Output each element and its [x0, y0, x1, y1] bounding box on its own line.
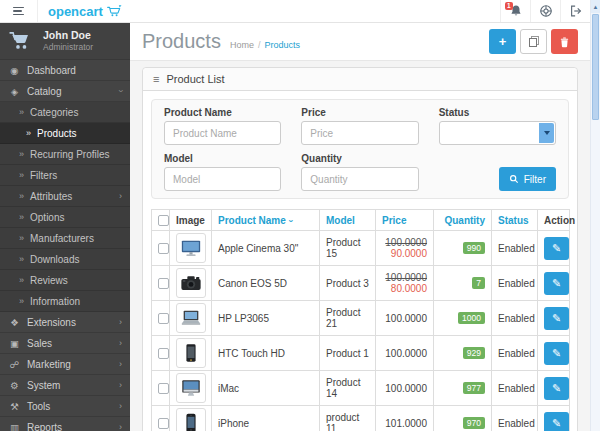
row-checkbox[interactable] [158, 418, 169, 429]
scrollbar-up-arrow-icon[interactable]: ▲ [591, 0, 600, 13]
sidebar-item-information[interactable]: »Information [0, 291, 130, 312]
edit-button[interactable]: ✎ [544, 342, 569, 365]
row-checkbox[interactable] [158, 383, 169, 394]
chevron-right-icon: › [119, 359, 122, 369]
filter-button[interactable]: Filter [499, 167, 556, 191]
caret-down-icon: › [285, 219, 295, 222]
row-checkbox[interactable] [158, 278, 169, 289]
sort-status-link[interactable]: Status [498, 215, 529, 226]
pencil-icon: ✎ [552, 242, 561, 255]
wrench-icon: ⚒ [8, 401, 21, 412]
status-label: Status [439, 107, 556, 118]
quantity-input[interactable] [301, 167, 418, 191]
submenu-arrow-icon: » [19, 296, 24, 306]
sidebar-item-options[interactable]: »Options [0, 207, 130, 228]
sidebar-item-reports[interactable]: ▥Reports› [0, 417, 130, 431]
product-list-panel: ≡ Product List Product Name [142, 67, 578, 431]
breadcrumb-home-link[interactable]: Home [230, 40, 254, 50]
chevron-right-icon: › [119, 401, 122, 411]
view-store-button[interactable] [530, 0, 560, 22]
product-name-label: Product Name [164, 107, 281, 118]
notifications-button[interactable]: 1 [500, 0, 530, 22]
sidebar-item-system[interactable]: ⚙System› [0, 375, 130, 396]
panel-heading: ≡ Product List [143, 68, 577, 91]
submenu-arrow-icon: » [19, 170, 24, 180]
model-cell: product 11 [320, 406, 376, 431]
table-row-apple-cinema-30: Apple Cinema 30"Product 15100.000090.000… [152, 231, 570, 266]
pencil-icon: ✎ [552, 277, 561, 290]
sort-model-link[interactable]: Model [326, 215, 355, 226]
sidebar-item-filters[interactable]: »Filters [0, 165, 130, 186]
page-scrollbar[interactable]: ▲ [590, 0, 600, 431]
copy-button[interactable] [520, 29, 547, 54]
menu-toggle-button[interactable] [0, 0, 38, 22]
sidebar-item-sales[interactable]: ▣Sales› [0, 333, 130, 354]
special-price: 80.0000 [382, 283, 427, 294]
row-checkbox[interactable] [158, 348, 169, 359]
sidebar-item-reviews[interactable]: »Reviews [0, 270, 130, 291]
share-icon: ☍ [8, 359, 21, 370]
table-row-iphone: iPhoneproduct 11101.0000970Enabled✎ [152, 406, 570, 431]
sort-product-name-link[interactable]: Product Name› [218, 215, 292, 226]
page-title: Products [142, 30, 221, 53]
edit-button[interactable]: ✎ [544, 412, 569, 431]
brand-text: opencart [48, 4, 103, 19]
price-input[interactable] [301, 121, 418, 145]
table-header-row: Image Product Name› Model Price Quantity… [152, 210, 570, 231]
logout-button[interactable] [560, 0, 590, 22]
sort-price-link[interactable]: Price [382, 215, 406, 226]
submenu-arrow-icon: » [19, 191, 24, 201]
row-checkbox[interactable] [158, 243, 169, 254]
product-thumbnail-iphone [176, 408, 206, 431]
delete-button[interactable] [551, 29, 578, 54]
table-row-htc-touch-hd: HTC Touch HDProduct 1100.0000929Enabled✎ [152, 336, 570, 371]
add-new-button[interactable]: + [489, 29, 516, 54]
sidebar-item-downloads[interactable]: »Downloads [0, 249, 130, 270]
select-dropdown-arrow-icon[interactable] [539, 123, 554, 143]
list-icon: ≡ [153, 73, 159, 85]
edit-button[interactable]: ✎ [544, 307, 569, 330]
app-chrome: opencart 1 [0, 0, 590, 431]
breadcrumb-current-link[interactable]: Products [264, 40, 300, 50]
sidebar-item-dashboard[interactable]: ◉Dashboard [0, 60, 130, 81]
sidebar-item-tools[interactable]: ⚒Tools› [0, 396, 130, 417]
edit-button[interactable]: ✎ [544, 237, 569, 260]
sidebar-item-products[interactable]: »Products [0, 123, 130, 144]
product-name-input[interactable] [164, 121, 281, 145]
main-area: Products Home / Products + [130, 23, 590, 431]
sidebar-item-marketing[interactable]: ☍Marketing› [0, 354, 130, 375]
profile-cart-logo-icon [9, 30, 35, 52]
edit-button[interactable]: ✎ [544, 272, 569, 295]
chevron-right-icon: › [119, 422, 122, 431]
status-select[interactable] [439, 121, 556, 145]
edit-button[interactable]: ✎ [544, 377, 569, 400]
filter-quantity-group: Quantity [301, 153, 418, 191]
submenu-arrow-icon: » [19, 107, 24, 117]
brand-logo[interactable]: opencart [38, 0, 132, 22]
price-cell: 100.000080.0000 [376, 266, 434, 301]
price-cell: 101.0000 [376, 406, 434, 431]
hamburger-icon [13, 7, 24, 16]
scrollbar-thumb[interactable] [592, 14, 599, 120]
sidebar-item-categories[interactable]: »Categories [0, 102, 130, 123]
model-input[interactable] [164, 167, 281, 191]
sidebar-item-extensions[interactable]: ❖Extensions› [0, 312, 130, 333]
price: 100.0000 [385, 348, 427, 359]
table-row-hp-lp3065: HP LP3065Product 21100.00001000Enabled✎ [152, 301, 570, 336]
user-profile: John Doe Administrator [0, 23, 130, 60]
sidebar-item-catalog[interactable]: ◈Catalog› [0, 81, 130, 102]
row-checkbox[interactable] [158, 313, 169, 324]
sort-quantity-link[interactable]: Quantity [444, 215, 485, 226]
price: 100.0000 [385, 383, 427, 394]
sidebar-item-attributes[interactable]: »Attributes› [0, 186, 130, 207]
trash-icon [559, 36, 570, 48]
sidebar-item-recurring-profiles[interactable]: »Recurring Profiles [0, 144, 130, 165]
filter-button-cell: Filter [439, 153, 556, 191]
status-cell: Enabled [492, 301, 538, 336]
old-price: 100.0000 [382, 237, 427, 248]
select-all-checkbox[interactable] [158, 215, 169, 226]
sidebar-item-manufacturers[interactable]: »Manufacturers [0, 228, 130, 249]
price-cell: 100.0000 [376, 371, 434, 406]
sidebar-nav: ◉Dashboard◈Catalog›»Categories»Products»… [0, 60, 130, 431]
search-icon [509, 174, 519, 184]
